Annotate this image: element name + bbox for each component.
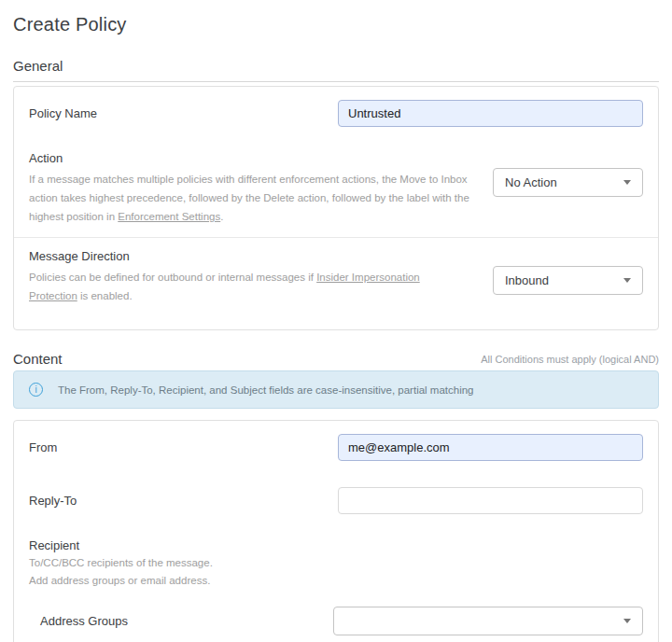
info-banner: i The From, Reply-To, Recipient, and Sub… bbox=[13, 370, 659, 409]
recipient-row: Recipient To/CC/BCC recipients of the me… bbox=[14, 527, 658, 642]
chevron-down-icon bbox=[623, 180, 631, 185]
content-section-label: Content bbox=[13, 351, 63, 367]
recipient-label: Recipient bbox=[29, 538, 643, 552]
from-label: From bbox=[29, 440, 57, 454]
info-icon: i bbox=[29, 383, 43, 397]
action-select-value: No Action bbox=[505, 175, 557, 189]
chevron-down-icon bbox=[623, 278, 631, 283]
from-row: From bbox=[14, 421, 658, 474]
reply-to-row: Reply-To bbox=[14, 474, 658, 527]
reply-to-label: Reply-To bbox=[29, 494, 77, 508]
message-direction-row: Message Direction Policies can be define… bbox=[14, 237, 658, 329]
address-groups-select[interactable] bbox=[333, 607, 643, 635]
action-label: Action bbox=[29, 151, 643, 165]
message-direction-label: Message Direction bbox=[29, 249, 643, 263]
content-card: From Reply-To Recipient To/CC/BCC recipi… bbox=[13, 420, 659, 642]
recipient-description-2: Add address groups or email address. bbox=[29, 572, 643, 590]
general-section-header: General bbox=[13, 58, 659, 82]
action-row: Action If a message matches multiple pol… bbox=[14, 140, 658, 237]
page-title: Create Policy bbox=[13, 0, 659, 37]
reply-to-input[interactable] bbox=[338, 487, 643, 514]
address-groups-label: Address Groups bbox=[40, 614, 128, 628]
message-direction-description: Policies can be defined for outbound or … bbox=[29, 268, 469, 305]
message-direction-select[interactable]: Inbound bbox=[493, 266, 643, 295]
policy-name-row: Policy Name bbox=[14, 87, 658, 140]
from-input[interactable] bbox=[338, 434, 643, 461]
info-banner-text: The From, Reply-To, Recipient, and Subje… bbox=[58, 384, 474, 396]
policy-name-input[interactable] bbox=[338, 100, 643, 127]
policy-name-label: Policy Name bbox=[29, 106, 97, 120]
general-card: Policy Name Action If a message matches … bbox=[13, 86, 659, 330]
enforcement-settings-link[interactable]: Enforcement Settings bbox=[118, 211, 220, 222]
recipient-description-1: To/CC/BCC recipients of the message. bbox=[29, 554, 643, 572]
message-direction-select-value: Inbound bbox=[505, 273, 549, 287]
action-select[interactable]: No Action bbox=[493, 168, 643, 197]
create-policy-page: Create Policy General Policy Name Action… bbox=[0, 0, 672, 642]
conditions-note: All Conditions must apply (logical AND) bbox=[481, 354, 659, 367]
action-description: If a message matches multiple policies w… bbox=[29, 170, 469, 226]
address-groups-row: Address Groups bbox=[29, 607, 643, 635]
chevron-down-icon bbox=[623, 619, 631, 623]
content-section-header: Content All Conditions must apply (logic… bbox=[13, 351, 659, 367]
